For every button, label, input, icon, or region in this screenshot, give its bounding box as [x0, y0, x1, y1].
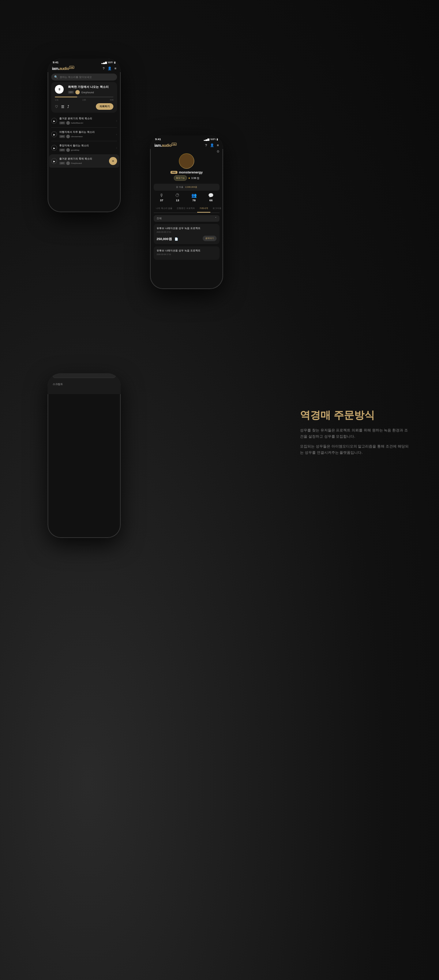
- menu-icon-1[interactable]: ≡: [115, 67, 116, 70]
- profile-icon-2[interactable]: 👤: [210, 143, 214, 147]
- consult-button[interactable]: 의뢰하기: [96, 103, 113, 110]
- voice-username-4: Greyhound: [71, 162, 82, 164]
- menu-icon-2[interactable]: ≡: [217, 143, 219, 147]
- time-display-1: 9:41: [52, 61, 59, 64]
- battery-icon-2: ▮: [216, 138, 218, 141]
- now-playing-info: 화목한 가정에서 나오는 목소리 OFF Greyhound: [68, 85, 113, 97]
- voice-item-4[interactable]: ▶ 즐거운 분위기의 축제 목소리 OFF Greyhound ≡: [49, 155, 119, 168]
- off-badge-1: OFF: [59, 121, 65, 124]
- now-playing-title: 화목한 가정에서 나오는 목소리: [68, 85, 113, 89]
- time-current: 1:31: [55, 99, 59, 101]
- voice-avatar-4: [66, 161, 70, 165]
- reverse-auction-desc-1: 성우를 찾는 유저들은 프로젝트 의뢰를 위해 원하는 녹음 환경과 조건을 설…: [300, 427, 410, 439]
- app-header-2: iam.audiobeta ? 👤 ≡: [150, 142, 223, 149]
- voice-info-2: 여행지에서 자주 들리는 목소리 OFF clevosmean: [59, 130, 114, 138]
- control-icons: ♡ ☰ ⤴: [55, 105, 69, 109]
- phone-3: 9:41 ▂▄▆ WiFi ▮ 프로젝트 의뢰서 ✕ 진행장소 온라인 진행: [48, 373, 121, 538]
- tab-samples[interactable]: 나의 목소리 샘플: [154, 205, 175, 213]
- voice-info-4: 즐거운 분위기의 축제 목소리 OFF Greyhound: [59, 157, 107, 165]
- transaction-title-2: 유튜브 나레이션용 성우 녹음 프로젝트: [157, 249, 216, 253]
- now-playing-meta: OFF Greyhound: [68, 90, 113, 94]
- phone-1: 9:41 ▂▄▆ WiFi ▮ iam.audiobeta ? 👤 ≡ 🔍: [48, 59, 121, 212]
- now-playing-avatar: [75, 90, 80, 94]
- profile-tabs: 나의 목소리 샘플 진행중인 프로젝트 거래내역 로그아웃: [154, 205, 220, 213]
- voice-play-btn-2[interactable]: ▶: [51, 131, 57, 137]
- settings-icon[interactable]: ⚙: [216, 150, 220, 153]
- tab-projects[interactable]: 진행중인 프로젝트: [175, 205, 197, 213]
- wifi-icon-1: WiFi: [108, 61, 113, 64]
- transaction-1: 유튜브 나레이션용 성우 녹음 프로젝트 2020-03-06 17:31 25…: [154, 224, 220, 244]
- heart-icon[interactable]: ♡: [55, 105, 58, 109]
- search-input-1[interactable]: [60, 76, 114, 78]
- status-bar-1: 9:41 ▂▄▆ WiFi ▮: [48, 59, 121, 65]
- active-list-btn[interactable]: ≡: [109, 157, 117, 165]
- voice-item-1[interactable]: ▶ 즐거운 분위기의 축제 목소리 OFF hellofifteenH ›: [51, 114, 117, 128]
- off-badge-4: OFF: [59, 162, 65, 165]
- voice-meta-2: OFF clevosmean: [59, 135, 114, 138]
- help-icon-1[interactable]: ?: [103, 67, 105, 70]
- chat-icon: 💬: [208, 193, 214, 198]
- voice-item-3[interactable]: ▶ 휴양지에서 들리는 목소리 OFF goodday ›: [51, 141, 117, 155]
- star-icon: ★: [188, 177, 190, 180]
- stat-messages: 💬 66: [208, 193, 214, 202]
- share-icon[interactable]: ⤴: [67, 105, 69, 109]
- pause-button[interactable]: ⏸: [55, 85, 64, 94]
- filter-text: 전체: [157, 216, 162, 220]
- script-label: 스크립트: [52, 382, 116, 386]
- tab-logout[interactable]: 로그아웃: [210, 205, 223, 213]
- tab-transactions[interactable]: 거래내역: [197, 205, 210, 213]
- search-icon-1: 🔍: [54, 75, 58, 79]
- status-bar-2: 9:41 ▂▄▆ WiFi ▮: [150, 135, 223, 142]
- profile-section: ⚙ PRO monsterenergy 활동가능 ★ 3.98 점: [150, 149, 223, 184]
- progress-times: 1:31 2:35 4:09: [55, 99, 113, 101]
- total-sales: 총 매출 2,000,000원: [154, 184, 220, 191]
- voice-avatar-3: [66, 148, 70, 152]
- profile-icon-1[interactable]: 👤: [108, 67, 111, 70]
- off-badge-3: OFF: [59, 149, 65, 151]
- transaction-date-1: 2020-03-06 17:31: [157, 231, 216, 233]
- status-icons-2: ▂▄▆ WiFi ▮: [204, 138, 218, 141]
- transaction-amount-row-1: 250,000원 📄: [157, 235, 178, 242]
- voice-avatar-1: [66, 121, 70, 125]
- reverse-auction-title: 역경매 주문방식: [300, 410, 410, 421]
- stat-recordings: 🎙 37: [159, 193, 164, 202]
- help-icon-2[interactable]: ?: [205, 143, 207, 147]
- transaction-amount-1: 250,000원: [157, 237, 172, 241]
- modal-overlay: 프로젝트 의뢰서 ✕ 진행장소 온라인 진행 ˅ 납품기한: [48, 380, 121, 394]
- chevron-icon-3: ›: [116, 146, 117, 150]
- users-icon: 👥: [191, 193, 197, 198]
- filter-dropdown[interactable]: 전체 ˅: [154, 215, 220, 222]
- voice-item-2[interactable]: ▶ 여행지에서 자주 들리는 목소리 OFF clevosmean ›: [51, 128, 117, 141]
- voice-play-btn-4[interactable]: ▶: [51, 158, 57, 164]
- profile-avatar: [179, 153, 194, 169]
- page-wrapper: 9:41 ▂▄▆ WiFi ▮ iam.audiobeta ? 👤 ≡ 🔍: [0, 0, 439, 980]
- voice-play-btn-3[interactable]: ▶: [51, 145, 57, 151]
- list-icon[interactable]: ☰: [61, 105, 64, 109]
- voice-title-2: 여행지에서 자주 들리는 목소리: [59, 130, 114, 134]
- progress-bar[interactable]: [55, 97, 113, 97]
- signal-icon-1: ▂▄▆: [101, 61, 107, 64]
- search-bar-1[interactable]: 🔍: [51, 73, 117, 81]
- pro-badge: PRO: [170, 171, 177, 174]
- rating-row: 활동가능 ★ 3.98 점: [174, 175, 200, 181]
- timer-icon: ⏱: [175, 193, 180, 198]
- time-display-2: 9:41: [155, 138, 161, 141]
- voice-info-3: 휴양지에서 들리는 목소리 OFF goodday: [59, 144, 114, 152]
- voice-play-btn-1[interactable]: ▶: [51, 118, 57, 124]
- transaction-2: 유튜브 나레이션용 성우 녹음 프로젝트 2020-03-06 17:31: [154, 246, 220, 260]
- player-controls: ♡ ☰ ⤴ 의뢰하기: [55, 103, 113, 110]
- stat-time: ⏱ 13: [175, 193, 180, 202]
- payment-button-1[interactable]: 결제대기: [203, 235, 216, 241]
- status-icons-1: ▂▄▆ WiFi ▮: [101, 61, 116, 64]
- voice-title-4: 즐거운 분위기의 축제 목소리: [59, 157, 107, 161]
- phone-2: 9:41 ▂▄▆ WiFi ▮ iam.audiobeta ? 👤 ≡ ⚙: [150, 135, 223, 289]
- app-logo-2: iam.audiobeta: [154, 143, 177, 148]
- chevron-icon-1: ›: [116, 119, 117, 123]
- note-textarea[interactable]: [52, 373, 116, 378]
- total-sales-amount: 2,000,000원: [185, 186, 197, 188]
- wifi-icon-2: WiFi: [210, 138, 215, 140]
- off-badge: OFF: [68, 91, 74, 94]
- voice-username-2: clevosmean: [71, 135, 83, 138]
- play-icon-3: ▶: [53, 147, 55, 149]
- list-menu-icon: ≡: [112, 159, 114, 163]
